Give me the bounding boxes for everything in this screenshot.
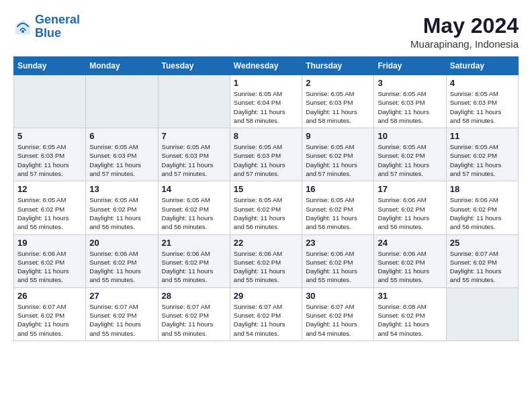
day-cell: 11Sunrise: 6:05 AM Sunset: 6:02 PM Dayli… xyxy=(446,128,518,181)
day-info: Sunrise: 6:05 AM Sunset: 6:02 PM Dayligh… xyxy=(378,142,442,178)
day-number: 27 xyxy=(89,291,154,301)
day-cell: 8Sunrise: 6:05 AM Sunset: 6:03 PM Daylig… xyxy=(230,128,302,181)
day-number: 12 xyxy=(17,184,82,194)
day-number: 17 xyxy=(378,184,442,194)
day-cell: 4Sunrise: 6:05 AM Sunset: 6:03 PM Daylig… xyxy=(446,75,518,128)
week-row-1: 1Sunrise: 6:05 AM Sunset: 6:04 PM Daylig… xyxy=(14,75,519,128)
day-info: Sunrise: 6:07 AM Sunset: 6:02 PM Dayligh… xyxy=(306,302,370,338)
day-info: Sunrise: 6:05 AM Sunset: 6:02 PM Dayligh… xyxy=(306,195,370,231)
day-cell: 12Sunrise: 6:05 AM Sunset: 6:02 PM Dayli… xyxy=(14,181,86,234)
day-cell: 29Sunrise: 6:07 AM Sunset: 6:02 PM Dayli… xyxy=(230,287,302,340)
day-cell: 6Sunrise: 6:05 AM Sunset: 6:03 PM Daylig… xyxy=(86,128,158,181)
day-number: 26 xyxy=(17,291,82,301)
header-friday: Friday xyxy=(374,57,446,75)
day-cell: 13Sunrise: 6:05 AM Sunset: 6:02 PM Dayli… xyxy=(86,181,158,234)
day-number: 15 xyxy=(234,184,298,194)
day-number: 4 xyxy=(450,78,515,88)
day-cell: 7Sunrise: 6:05 AM Sunset: 6:03 PM Daylig… xyxy=(158,128,230,181)
day-cell: 17Sunrise: 6:06 AM Sunset: 6:02 PM Dayli… xyxy=(374,181,446,234)
day-number: 29 xyxy=(234,291,298,301)
day-number: 1 xyxy=(234,78,298,88)
day-number: 23 xyxy=(306,238,370,248)
day-cell: 23Sunrise: 6:06 AM Sunset: 6:02 PM Dayli… xyxy=(302,234,374,287)
day-info: Sunrise: 6:06 AM Sunset: 6:02 PM Dayligh… xyxy=(234,249,298,285)
day-info: Sunrise: 6:06 AM Sunset: 6:02 PM Dayligh… xyxy=(17,249,82,285)
page-header: GeneralBlue May 2024 Muarapinang, Indone… xyxy=(13,13,519,50)
day-cell: 24Sunrise: 6:06 AM Sunset: 6:02 PM Dayli… xyxy=(374,234,446,287)
day-cell: 5Sunrise: 6:05 AM Sunset: 6:03 PM Daylig… xyxy=(14,128,86,181)
day-info: Sunrise: 6:06 AM Sunset: 6:02 PM Dayligh… xyxy=(306,249,370,285)
day-number: 14 xyxy=(162,184,226,194)
day-cell: 1Sunrise: 6:05 AM Sunset: 6:04 PM Daylig… xyxy=(230,75,302,128)
day-number: 18 xyxy=(450,184,515,194)
day-info: Sunrise: 6:06 AM Sunset: 6:02 PM Dayligh… xyxy=(89,249,154,285)
day-info: Sunrise: 6:05 AM Sunset: 6:02 PM Dayligh… xyxy=(17,195,82,231)
day-info: Sunrise: 6:05 AM Sunset: 6:03 PM Dayligh… xyxy=(162,142,226,178)
day-info: Sunrise: 6:07 AM Sunset: 6:02 PM Dayligh… xyxy=(450,249,515,285)
day-number: 9 xyxy=(306,131,370,141)
week-row-5: 26Sunrise: 6:07 AM Sunset: 6:02 PM Dayli… xyxy=(14,287,519,340)
day-cell xyxy=(446,287,518,340)
day-number: 6 xyxy=(89,131,154,141)
calendar-body: 1Sunrise: 6:05 AM Sunset: 6:04 PM Daylig… xyxy=(14,75,519,341)
day-number: 19 xyxy=(17,238,82,248)
svg-point-2 xyxy=(21,30,24,33)
day-number: 7 xyxy=(162,131,226,141)
header-sunday: Sunday xyxy=(14,57,86,75)
day-cell: 19Sunrise: 6:06 AM Sunset: 6:02 PM Dayli… xyxy=(14,234,86,287)
day-number: 28 xyxy=(162,291,226,301)
logo-text: GeneralBlue xyxy=(35,13,80,40)
header-wednesday: Wednesday xyxy=(230,57,302,75)
day-cell: 2Sunrise: 6:05 AM Sunset: 6:03 PM Daylig… xyxy=(302,75,374,128)
day-cell: 22Sunrise: 6:06 AM Sunset: 6:02 PM Dayli… xyxy=(230,234,302,287)
title-area: May 2024 Muarapinang, Indonesia xyxy=(410,13,519,50)
week-row-3: 12Sunrise: 6:05 AM Sunset: 6:02 PM Dayli… xyxy=(14,181,519,234)
day-number: 13 xyxy=(89,184,154,194)
day-info: Sunrise: 6:05 AM Sunset: 6:02 PM Dayligh… xyxy=(89,195,154,231)
day-info: Sunrise: 6:06 AM Sunset: 6:02 PM Dayligh… xyxy=(162,249,226,285)
logo: GeneralBlue xyxy=(13,13,80,40)
day-number: 2 xyxy=(306,78,370,88)
calendar-header-row: SundayMondayTuesdayWednesdayThursdayFrid… xyxy=(14,57,519,75)
day-number: 22 xyxy=(234,238,298,248)
day-cell: 20Sunrise: 6:06 AM Sunset: 6:02 PM Dayli… xyxy=(86,234,158,287)
day-cell: 15Sunrise: 6:05 AM Sunset: 6:02 PM Dayli… xyxy=(230,181,302,234)
day-number: 25 xyxy=(450,238,515,248)
day-info: Sunrise: 6:05 AM Sunset: 6:03 PM Dayligh… xyxy=(378,89,442,125)
day-info: Sunrise: 6:05 AM Sunset: 6:02 PM Dayligh… xyxy=(306,142,370,178)
day-info: Sunrise: 6:05 AM Sunset: 6:04 PM Dayligh… xyxy=(234,89,298,125)
day-info: Sunrise: 6:08 AM Sunset: 6:02 PM Dayligh… xyxy=(378,302,442,338)
day-info: Sunrise: 6:06 AM Sunset: 6:02 PM Dayligh… xyxy=(378,195,442,231)
day-cell: 31Sunrise: 6:08 AM Sunset: 6:02 PM Dayli… xyxy=(374,287,446,340)
week-row-2: 5Sunrise: 6:05 AM Sunset: 6:03 PM Daylig… xyxy=(14,128,519,181)
day-cell: 27Sunrise: 6:07 AM Sunset: 6:02 PM Dayli… xyxy=(86,287,158,340)
day-info: Sunrise: 6:05 AM Sunset: 6:02 PM Dayligh… xyxy=(162,195,226,231)
day-info: Sunrise: 6:07 AM Sunset: 6:02 PM Dayligh… xyxy=(17,302,82,338)
day-cell: 14Sunrise: 6:05 AM Sunset: 6:02 PM Dayli… xyxy=(158,181,230,234)
day-info: Sunrise: 6:06 AM Sunset: 6:02 PM Dayligh… xyxy=(450,195,515,231)
day-info: Sunrise: 6:05 AM Sunset: 6:03 PM Dayligh… xyxy=(306,89,370,125)
day-number: 10 xyxy=(378,131,442,141)
day-info: Sunrise: 6:07 AM Sunset: 6:02 PM Dayligh… xyxy=(89,302,154,338)
day-info: Sunrise: 6:05 AM Sunset: 6:03 PM Dayligh… xyxy=(17,142,82,178)
day-number: 3 xyxy=(378,78,442,88)
day-cell xyxy=(86,75,158,128)
day-info: Sunrise: 6:06 AM Sunset: 6:02 PM Dayligh… xyxy=(378,249,442,285)
header-thursday: Thursday xyxy=(302,57,374,75)
day-info: Sunrise: 6:05 AM Sunset: 6:02 PM Dayligh… xyxy=(234,195,298,231)
day-cell: 18Sunrise: 6:06 AM Sunset: 6:02 PM Dayli… xyxy=(446,181,518,234)
header-tuesday: Tuesday xyxy=(158,57,230,75)
logo-icon xyxy=(13,17,32,36)
day-cell: 3Sunrise: 6:05 AM Sunset: 6:03 PM Daylig… xyxy=(374,75,446,128)
day-number: 11 xyxy=(450,131,515,141)
day-cell: 28Sunrise: 6:07 AM Sunset: 6:02 PM Dayli… xyxy=(158,287,230,340)
day-number: 16 xyxy=(306,184,370,194)
day-cell: 26Sunrise: 6:07 AM Sunset: 6:02 PM Dayli… xyxy=(14,287,86,340)
day-cell: 21Sunrise: 6:06 AM Sunset: 6:02 PM Dayli… xyxy=(158,234,230,287)
day-number: 8 xyxy=(234,131,298,141)
header-monday: Monday xyxy=(86,57,158,75)
day-number: 21 xyxy=(162,238,226,248)
header-saturday: Saturday xyxy=(446,57,518,75)
day-number: 31 xyxy=(378,291,442,301)
day-number: 5 xyxy=(17,131,82,141)
